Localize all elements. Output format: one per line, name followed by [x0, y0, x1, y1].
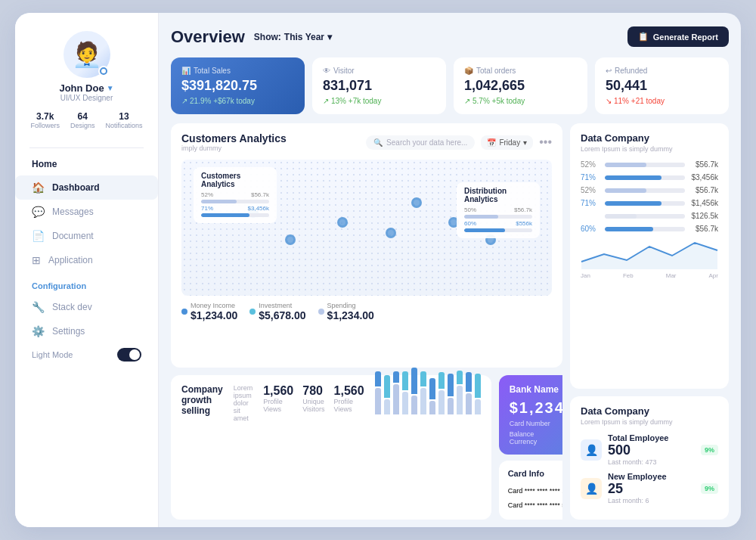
metric-total-orders: 📦 Total orders 1,042,665 ↗ 5.7% +5k toda… [454, 57, 587, 114]
light-mode-toggle-row: Light Mode [15, 343, 158, 366]
chevron-down-icon: ▾ [327, 32, 332, 42]
trend-up-icon: ↗ [181, 97, 187, 105]
nav-section-home: Home [15, 159, 57, 169]
user-stats: 3.7k Followers 64 Designs 13 Notificatio… [30, 111, 142, 129]
transaction-name: Card **** **** **** 5678 [508, 501, 562, 509]
legend-dot [249, 309, 256, 315]
dc-month-labels: Jan Feb Mar Apr [581, 272, 718, 279]
document-icon: 📄 [32, 230, 45, 242]
employee-new: 👤 New Employee 25 Last month: 6 9% [581, 472, 718, 504]
show-period[interactable]: Show: This Year ▾ [254, 32, 332, 42]
transaction-item-1: Card **** **** **** 5678 +3,400 [508, 498, 562, 512]
light-mode-toggle[interactable] [117, 348, 141, 362]
growth-stat-0: 1,560 Profile Views [263, 384, 293, 504]
bank-card: Bank Name $1,234,567,000 Card Number ***… [499, 375, 562, 455]
bar-col [411, 368, 417, 414]
topbar-left: Overview Show: This Year ▾ [171, 27, 332, 47]
growth-subtitle: Lorem ipsum dolor sit amet [234, 384, 253, 504]
trend-up-icon: ↗ [323, 97, 329, 105]
card-info-title: Card Info [508, 469, 544, 478]
avatar: 🧑‍💼 [64, 31, 110, 78]
sidebar-item-dashboard[interactable]: 🏠 Dashboard [15, 175, 158, 200]
sidebar-item-stackdev[interactable]: 🔧 Stack dev [15, 295, 158, 319]
metric-value: $391,820.75 [181, 78, 294, 94]
bar-col [393, 371, 399, 414]
dc-bar-3: 71% $1,456k [581, 199, 718, 207]
search-icon: 🔍 [373, 138, 383, 147]
sidebar-item-document[interactable]: 📄 Document [15, 224, 158, 248]
metric-sub: ↗ 13% +7k today [323, 97, 435, 105]
right-panel: Data Company Lorem Ipsum is simply dummy… [570, 123, 729, 520]
legend-investment: Investment $5,678.00 [249, 302, 305, 321]
balance-label: Balance [510, 430, 534, 438]
sidebar-item-messages[interactable]: 💬 Messages [15, 200, 158, 224]
orders-icon: 📦 [464, 67, 473, 75]
dc-bar-1: 71% $3,456k [581, 173, 718, 182]
employee-avatar-total: 👤 [581, 439, 602, 461]
show-label: Show: [254, 32, 281, 42]
sidebar-item-application[interactable]: ⊞ Application [15, 248, 158, 272]
metric-label: ↩ Refunded [606, 67, 718, 75]
messages-icon: 💬 [32, 206, 45, 218]
transaction-item-0: Card **** **** **** 1234 +1,200 [508, 483, 562, 498]
generate-report-button[interactable]: 📋 Generate Report [627, 26, 729, 47]
data-company-1: Data Company Lorem Ipsum is simply dummy… [570, 123, 729, 389]
analytics-legend: Money Income $1,234.00 Investment $5,678… [181, 302, 552, 321]
employee-change-new: 9% [701, 483, 718, 494]
main-card: 🧑‍💼 John Doe ▼ UI/UX Designer 3.7k Follo… [15, 13, 741, 527]
total-sales-icon: 📊 [181, 67, 191, 75]
section-title: Customers Analytics imply dummy [181, 132, 287, 152]
chevron-down-icon: ▾ [523, 138, 527, 147]
growth-title: Company growth selling [181, 384, 223, 509]
show-value: This Year [284, 32, 324, 42]
employee-info-total: Total Employee 500 Last month: 473 [608, 433, 695, 466]
stat-notifications: 13 Notifications [106, 111, 143, 129]
bar-col [402, 371, 408, 414]
metric-sub: ↗ 5.7% +5k today [464, 97, 577, 105]
employee-info-new: New Employee 25 Last month: 6 [608, 472, 695, 504]
bar-col [438, 372, 445, 414]
stackdev-icon: 🔧 [32, 301, 45, 313]
analytics-subtitle: imply dummy [181, 144, 287, 152]
dc-bar-4: $126.5k [581, 212, 718, 220]
sidebar-item-label: Application [48, 255, 93, 265]
stat-followers: 3.7k Followers [30, 111, 60, 129]
metric-refunded: ↩ Refunded 50,441 ↘ 11% +21 today [595, 57, 729, 114]
stat-designs: 64 Designs [70, 111, 95, 129]
bar-col [448, 374, 454, 414]
analytics-menu[interactable]: ••• [539, 135, 552, 149]
avatar-badge [98, 66, 109, 76]
settings-icon: ⚙️ [32, 325, 45, 337]
mini-chart-left: Customers Analytics 52%$56.7k 71%$3,456k [194, 167, 277, 223]
user-role: UI/UX Designer [60, 94, 113, 102]
legend-spending: Spending $1,234.00 [318, 302, 374, 321]
dc-bar-0: 52% $56.7k [581, 160, 718, 169]
trend-down-icon: ↘ [606, 97, 612, 105]
divider [29, 147, 144, 148]
transaction-name: Card **** **** **** 1234 [508, 487, 562, 495]
metric-label: 📦 Total orders [464, 67, 577, 75]
growth-card-row: Company growth selling Lorem ipsum dolor… [171, 375, 562, 520]
dc-sub-1: Lorem Ipsum is simply dummy [581, 145, 718, 153]
trend-up-icon: ↗ [464, 97, 470, 105]
analytics-filter[interactable]: 📅 Friday ▾ [481, 135, 533, 150]
employee-avatar-new: 👤 [581, 478, 602, 499]
analytics-section: Customers Analytics imply dummy 🔍 Search… [171, 123, 562, 368]
dc2-title: Data Company [581, 405, 718, 417]
bar-col [375, 371, 381, 414]
map-pin [337, 217, 348, 228]
bar-col [466, 372, 472, 414]
data-company-2: Data Company Lorem Ipsum is simply dummy… [570, 396, 729, 520]
dc-title-1: Data Company [581, 132, 718, 144]
analytics-search[interactable]: 🔍 Search your data here... [366, 135, 475, 150]
currency-label: Currency [510, 438, 538, 445]
mini-chart-right: Distribution Analytics 50%$56.7k 60%$556… [457, 182, 540, 238]
sidebar-item-settings[interactable]: ⚙️ Settings [15, 319, 158, 343]
avatar-icon: 🧑‍💼 [72, 42, 102, 67]
bar-col [429, 378, 435, 414]
bank-card-area: Bank Name $1,234,567,000 Card Number ***… [499, 375, 562, 520]
metric-label: 📊 Total Sales [181, 67, 294, 75]
toggle-label: Light Mode [32, 350, 73, 359]
topbar: Overview Show: This Year ▾ 📋 Generate Re… [171, 26, 729, 47]
content-area: Overview Show: This Year ▾ 📋 Generate Re… [159, 13, 741, 527]
